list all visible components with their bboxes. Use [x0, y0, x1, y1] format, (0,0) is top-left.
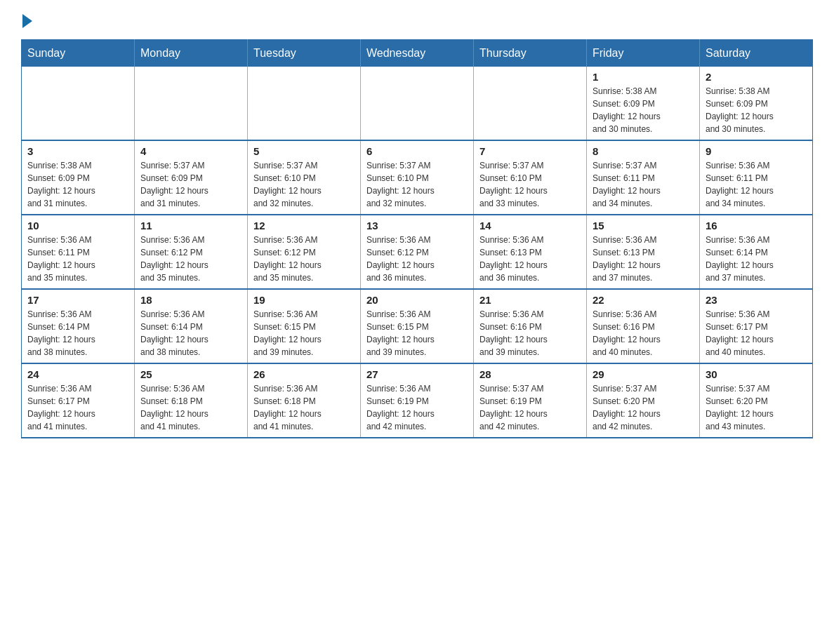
day-number: 22: [593, 294, 694, 306]
day-number: 27: [366, 368, 468, 380]
calendar-body: 1Sunrise: 5:38 AM Sunset: 6:09 PM Daylig…: [22, 67, 813, 438]
day-info: Sunrise: 5:36 AM Sunset: 6:14 PM Dayligh…: [27, 308, 128, 358]
calendar-cell: 10Sunrise: 5:36 AM Sunset: 6:11 PM Dayli…: [22, 215, 135, 289]
weekday-header-saturday: Saturday: [700, 40, 813, 67]
day-number: 3: [27, 145, 128, 157]
day-info: Sunrise: 5:37 AM Sunset: 6:20 PM Dayligh…: [593, 382, 694, 433]
calendar-cell: 25Sunrise: 5:36 AM Sunset: 6:18 PM Dayli…: [135, 363, 248, 438]
calendar-week-row: 1Sunrise: 5:38 AM Sunset: 6:09 PM Daylig…: [22, 67, 813, 140]
day-number: 18: [140, 294, 241, 306]
day-info: Sunrise: 5:36 AM Sunset: 6:19 PM Dayligh…: [366, 382, 468, 433]
day-number: 2: [706, 71, 807, 83]
day-info: Sunrise: 5:36 AM Sunset: 6:15 PM Dayligh…: [253, 308, 355, 358]
day-info: Sunrise: 5:36 AM Sunset: 6:16 PM Dayligh…: [479, 308, 581, 358]
calendar-cell: 30Sunrise: 5:37 AM Sunset: 6:20 PM Dayli…: [700, 363, 813, 438]
day-number: 20: [366, 294, 468, 306]
day-info: Sunrise: 5:37 AM Sunset: 6:19 PM Dayligh…: [479, 382, 581, 433]
calendar-cell: [22, 67, 135, 140]
day-number: 4: [140, 145, 241, 157]
calendar-cell: 17Sunrise: 5:36 AM Sunset: 6:14 PM Dayli…: [22, 289, 135, 363]
day-info: Sunrise: 5:38 AM Sunset: 6:09 PM Dayligh…: [593, 85, 694, 135]
calendar-cell: 8Sunrise: 5:37 AM Sunset: 6:11 PM Daylig…: [587, 140, 700, 215]
day-info: Sunrise: 5:36 AM Sunset: 6:18 PM Dayligh…: [140, 382, 241, 433]
calendar-cell: 16Sunrise: 5:36 AM Sunset: 6:14 PM Dayli…: [700, 215, 813, 289]
calendar-cell: 23Sunrise: 5:36 AM Sunset: 6:17 PM Dayli…: [700, 289, 813, 363]
calendar-cell: 22Sunrise: 5:36 AM Sunset: 6:16 PM Dayli…: [587, 289, 700, 363]
day-number: 15: [593, 220, 694, 232]
day-info: Sunrise: 5:37 AM Sunset: 6:09 PM Dayligh…: [140, 159, 241, 210]
day-number: 28: [479, 368, 581, 380]
logo-arrow-icon: [22, 14, 32, 28]
weekday-header-wednesday: Wednesday: [361, 40, 474, 67]
day-info: Sunrise: 5:36 AM Sunset: 6:14 PM Dayligh…: [706, 234, 807, 284]
calendar-header: SundayMondayTuesdayWednesdayThursdayFrid…: [22, 40, 813, 67]
day-number: 16: [706, 220, 807, 232]
page-header: [21, 14, 813, 25]
calendar-week-row: 3Sunrise: 5:38 AM Sunset: 6:09 PM Daylig…: [22, 140, 813, 215]
day-info: Sunrise: 5:38 AM Sunset: 6:09 PM Dayligh…: [27, 159, 128, 210]
day-info: Sunrise: 5:36 AM Sunset: 6:14 PM Dayligh…: [140, 308, 241, 358]
calendar-cell: 24Sunrise: 5:36 AM Sunset: 6:17 PM Dayli…: [22, 363, 135, 438]
calendar-cell: 1Sunrise: 5:38 AM Sunset: 6:09 PM Daylig…: [587, 67, 700, 140]
day-number: 26: [253, 368, 355, 380]
calendar-cell: 11Sunrise: 5:36 AM Sunset: 6:12 PM Dayli…: [135, 215, 248, 289]
calendar-week-row: 10Sunrise: 5:36 AM Sunset: 6:11 PM Dayli…: [22, 215, 813, 289]
day-number: 23: [706, 294, 807, 306]
day-number: 21: [479, 294, 581, 306]
day-number: 13: [366, 220, 468, 232]
day-info: Sunrise: 5:36 AM Sunset: 6:18 PM Dayligh…: [253, 382, 355, 433]
calendar-cell: 15Sunrise: 5:36 AM Sunset: 6:13 PM Dayli…: [587, 215, 700, 289]
weekday-header-friday: Friday: [587, 40, 700, 67]
calendar-cell: [361, 67, 474, 140]
day-info: Sunrise: 5:36 AM Sunset: 6:17 PM Dayligh…: [27, 382, 128, 433]
day-number: 17: [27, 294, 128, 306]
weekday-header-thursday: Thursday: [474, 40, 587, 67]
calendar-cell: 26Sunrise: 5:36 AM Sunset: 6:18 PM Dayli…: [248, 363, 361, 438]
calendar-cell: 5Sunrise: 5:37 AM Sunset: 6:10 PM Daylig…: [248, 140, 361, 215]
day-number: 6: [366, 145, 468, 157]
day-number: 8: [593, 145, 694, 157]
day-info: Sunrise: 5:37 AM Sunset: 6:10 PM Dayligh…: [366, 159, 468, 210]
calendar-cell: [135, 67, 248, 140]
logo-general: [21, 14, 34, 28]
calendar-cell: 6Sunrise: 5:37 AM Sunset: 6:10 PM Daylig…: [361, 140, 474, 215]
calendar-cell: 13Sunrise: 5:36 AM Sunset: 6:12 PM Dayli…: [361, 215, 474, 289]
day-info: Sunrise: 5:37 AM Sunset: 6:20 PM Dayligh…: [706, 382, 807, 433]
day-info: Sunrise: 5:36 AM Sunset: 6:12 PM Dayligh…: [366, 234, 468, 284]
day-info: Sunrise: 5:36 AM Sunset: 6:16 PM Dayligh…: [593, 308, 694, 358]
calendar-table: SundayMondayTuesdayWednesdayThursdayFrid…: [21, 39, 813, 438]
day-info: Sunrise: 5:38 AM Sunset: 6:09 PM Dayligh…: [706, 85, 807, 135]
day-number: 11: [140, 220, 241, 232]
calendar-cell: 21Sunrise: 5:36 AM Sunset: 6:16 PM Dayli…: [474, 289, 587, 363]
day-number: 19: [253, 294, 355, 306]
day-number: 1: [593, 71, 694, 83]
day-info: Sunrise: 5:36 AM Sunset: 6:12 PM Dayligh…: [140, 234, 241, 284]
day-number: 10: [27, 220, 128, 232]
calendar-week-row: 17Sunrise: 5:36 AM Sunset: 6:14 PM Dayli…: [22, 289, 813, 363]
day-info: Sunrise: 5:36 AM Sunset: 6:12 PM Dayligh…: [253, 234, 355, 284]
day-info: Sunrise: 5:37 AM Sunset: 6:10 PM Dayligh…: [253, 159, 355, 210]
day-number: 29: [593, 368, 694, 380]
weekday-header-monday: Monday: [135, 40, 248, 67]
day-number: 14: [479, 220, 581, 232]
weekday-header-sunday: Sunday: [22, 40, 135, 67]
calendar-cell: 12Sunrise: 5:36 AM Sunset: 6:12 PM Dayli…: [248, 215, 361, 289]
calendar-cell: 28Sunrise: 5:37 AM Sunset: 6:19 PM Dayli…: [474, 363, 587, 438]
calendar-cell: 14Sunrise: 5:36 AM Sunset: 6:13 PM Dayli…: [474, 215, 587, 289]
calendar-cell: 29Sunrise: 5:37 AM Sunset: 6:20 PM Dayli…: [587, 363, 700, 438]
day-number: 9: [706, 145, 807, 157]
calendar-cell: [248, 67, 361, 140]
calendar-cell: 18Sunrise: 5:36 AM Sunset: 6:14 PM Dayli…: [135, 289, 248, 363]
calendar-cell: [474, 67, 587, 140]
day-number: 7: [479, 145, 581, 157]
calendar-cell: 2Sunrise: 5:38 AM Sunset: 6:09 PM Daylig…: [700, 67, 813, 140]
day-number: 25: [140, 368, 241, 380]
calendar-cell: 27Sunrise: 5:36 AM Sunset: 6:19 PM Dayli…: [361, 363, 474, 438]
day-info: Sunrise: 5:36 AM Sunset: 6:11 PM Dayligh…: [27, 234, 128, 284]
calendar-cell: 4Sunrise: 5:37 AM Sunset: 6:09 PM Daylig…: [135, 140, 248, 215]
calendar-week-row: 24Sunrise: 5:36 AM Sunset: 6:17 PM Dayli…: [22, 363, 813, 438]
weekday-header-row: SundayMondayTuesdayWednesdayThursdayFrid…: [22, 40, 813, 67]
day-info: Sunrise: 5:37 AM Sunset: 6:10 PM Dayligh…: [479, 159, 581, 210]
day-info: Sunrise: 5:36 AM Sunset: 6:13 PM Dayligh…: [593, 234, 694, 284]
day-info: Sunrise: 5:36 AM Sunset: 6:11 PM Dayligh…: [706, 159, 807, 210]
